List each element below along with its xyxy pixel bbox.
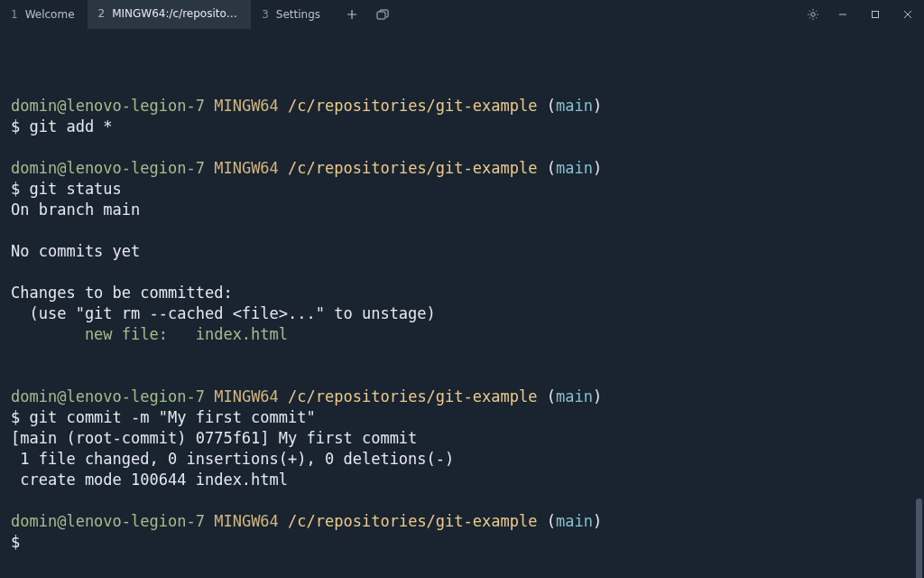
tab-index: 2 xyxy=(98,7,106,20)
tab-terminal[interactable]: 2 MINGW64:/c/repositori... xyxy=(88,0,252,29)
window-controls xyxy=(827,0,924,29)
prompt-line: domin@lenovo-legion-7 MINGW64 /c/reposit… xyxy=(11,96,913,117)
tabs: 1 Welcome 2 MINGW64:/c/repositori... 3 S… xyxy=(0,0,333,29)
tab-title: MINGW64:/c/repositori... xyxy=(112,7,238,20)
tab-overview-button[interactable] xyxy=(369,0,396,29)
svg-rect-2 xyxy=(873,12,879,18)
scrollbar[interactable] xyxy=(916,499,922,578)
tab-actions xyxy=(333,0,396,29)
tab-welcome[interactable]: 1 Welcome xyxy=(0,0,88,29)
minimize-icon xyxy=(838,10,847,19)
blank-line xyxy=(11,366,913,387)
command-line: $ xyxy=(11,532,913,553)
prompt-line: domin@lenovo-legion-7 MINGW64 /c/reposit… xyxy=(11,158,913,179)
output-line: (use "git rm --cached <file>..." to unst… xyxy=(11,303,913,324)
windows-icon xyxy=(376,9,389,20)
tab-title: Welcome xyxy=(25,8,75,21)
minimize-button[interactable] xyxy=(827,0,859,29)
output-line: create mode 100644 index.html xyxy=(11,470,913,490)
command-line: $ git status xyxy=(11,179,913,200)
output-line xyxy=(11,220,913,241)
prompt-line: domin@lenovo-legion-7 MINGW64 /c/reposit… xyxy=(11,387,913,407)
tab-index: 1 xyxy=(11,8,18,21)
output-line xyxy=(11,262,913,283)
titlebar-spacer xyxy=(396,0,799,29)
tab-settings[interactable]: 3 Settings xyxy=(251,0,333,29)
close-icon xyxy=(903,10,912,19)
svg-rect-0 xyxy=(377,12,385,19)
gear-icon xyxy=(807,8,819,21)
output-line: On branch main xyxy=(11,200,913,220)
output-line: new file: index.html xyxy=(11,324,913,345)
plus-icon xyxy=(346,9,357,20)
close-button[interactable] xyxy=(892,0,924,29)
command-line: $ git commit -m "My first commit" xyxy=(11,407,913,428)
settings-button[interactable] xyxy=(799,0,827,29)
tab-title: Settings xyxy=(276,8,320,21)
maximize-icon xyxy=(871,10,880,19)
maximize-button[interactable] xyxy=(859,0,892,29)
output-line xyxy=(11,345,913,366)
output-line: [main (root-commit) 0775f61] My first co… xyxy=(11,428,913,449)
blank-line xyxy=(11,490,913,511)
svg-point-1 xyxy=(811,13,815,16)
terminal-pane[interactable]: domin@lenovo-legion-7 MINGW64 /c/reposit… xyxy=(0,29,924,578)
prompt-line: domin@lenovo-legion-7 MINGW64 /c/reposit… xyxy=(11,511,913,532)
new-tab-button[interactable] xyxy=(338,0,365,29)
command-line: $ git add * xyxy=(11,117,913,137)
output-line: No commits yet xyxy=(11,241,913,262)
output-line: Changes to be committed: xyxy=(11,283,913,303)
tab-index: 3 xyxy=(262,8,269,21)
output-line: 1 file changed, 0 insertions(+), 0 delet… xyxy=(11,449,913,470)
title-bar: 1 Welcome 2 MINGW64:/c/repositori... 3 S… xyxy=(0,0,924,29)
blank-line xyxy=(11,137,913,158)
